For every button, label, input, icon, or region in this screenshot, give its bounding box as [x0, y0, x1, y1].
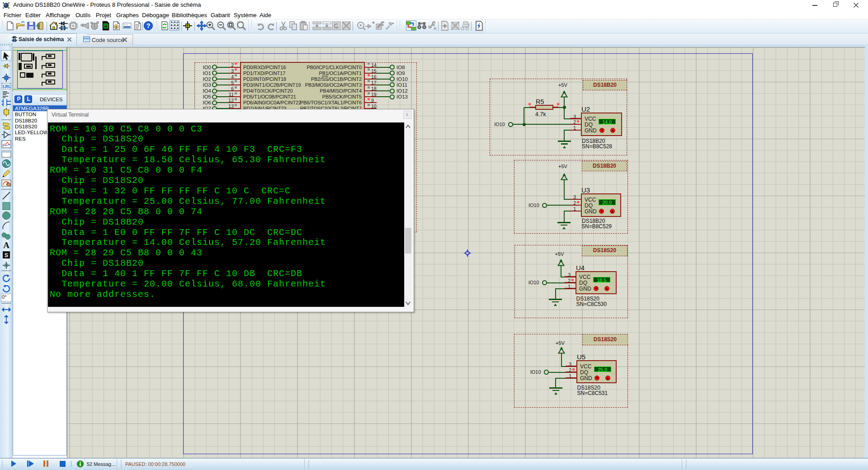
svg-text:A: A — [3, 240, 9, 250]
svg-text:?: ? — [146, 22, 150, 29]
svg-text:LBL: LBL — [3, 84, 11, 89]
svg-text:S: S — [5, 252, 8, 258]
svg-text:A: A — [434, 26, 437, 31]
svg-text:$: $ — [115, 25, 117, 29]
